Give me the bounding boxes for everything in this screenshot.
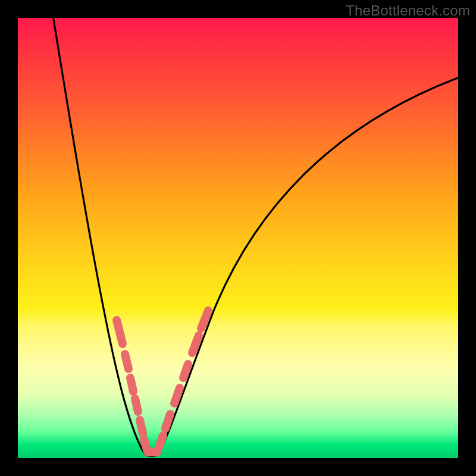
chart-frame: TheBottleneck.com	[0, 0, 476, 476]
curve-layer	[18, 18, 458, 458]
markers-left	[117, 320, 147, 450]
plot-area	[18, 18, 458, 458]
markers-right	[158, 311, 208, 449]
curve-right	[158, 77, 459, 455]
watermark-text: TheBottleneck.com	[346, 2, 470, 19]
